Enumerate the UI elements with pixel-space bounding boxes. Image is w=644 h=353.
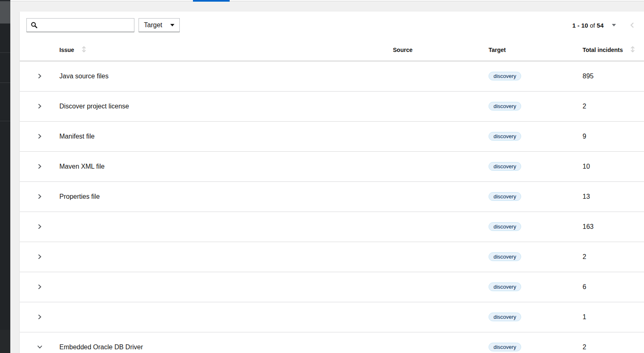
target-cell: discovery xyxy=(489,242,583,272)
column-label: Total incidents xyxy=(583,47,623,53)
total-incidents-cell: 6 xyxy=(583,272,644,302)
total-incidents-value: 10 xyxy=(583,163,590,170)
total-incidents-value: 6 xyxy=(583,283,586,290)
target-badge: discovery xyxy=(489,102,521,111)
pagination-range: 1 - 10 of 54 xyxy=(572,22,604,29)
target-cell: discovery xyxy=(489,332,583,353)
column-label: Issue xyxy=(59,47,74,53)
pagination: 1 - 10 of 54 xyxy=(572,21,637,29)
target-badge: discovery xyxy=(489,252,521,261)
total-incidents-cell: 2 xyxy=(583,332,644,353)
table-row: Maven XML file discovery 10 xyxy=(20,151,644,181)
pagination-range-numbers: 1 - 10 xyxy=(572,22,588,29)
issue-title: Discover project license xyxy=(59,103,129,110)
table-row: discovery 1 xyxy=(20,302,644,332)
target-badge: discovery xyxy=(489,72,521,80)
sort-icon xyxy=(630,46,635,54)
expand-toggle[interactable] xyxy=(33,160,47,173)
expand-cell xyxy=(20,181,59,212)
expand-toggle[interactable] xyxy=(33,280,47,294)
table-row: Java source files discovery 895 xyxy=(20,61,644,91)
issue-cell xyxy=(59,272,393,302)
table-row: Embedded Oracle DB Driver discovery 2 xyxy=(20,332,644,353)
pagination-of-label: of xyxy=(590,22,595,29)
target-cell: discovery xyxy=(489,181,583,212)
total-incidents-value: 2 xyxy=(583,253,586,260)
active-tab-indicator xyxy=(193,0,230,2)
total-incidents-value: 1 xyxy=(583,313,586,320)
expand-toggle[interactable] xyxy=(33,69,47,83)
total-incidents-value: 895 xyxy=(583,73,594,80)
source-cell xyxy=(393,61,489,91)
issue-cell: Maven XML file xyxy=(59,151,393,181)
issue-cell: Manifest file xyxy=(59,121,393,151)
pagination-options-button[interactable] xyxy=(609,21,618,29)
total-incidents-value: 13 xyxy=(583,193,590,200)
issue-cell: Embedded Oracle DB Driver xyxy=(59,332,393,353)
total-incidents-cell: 163 xyxy=(583,212,644,242)
total-incidents-cell: 2 xyxy=(583,242,644,272)
angle-right-icon xyxy=(37,284,42,289)
column-header-target: Target xyxy=(489,39,583,61)
source-cell xyxy=(393,242,489,272)
total-incidents-value: 163 xyxy=(583,223,594,230)
column-header-total-incidents[interactable]: Total incidents xyxy=(583,39,644,61)
target-badge: discovery xyxy=(489,313,521,321)
issue-cell: Properties file xyxy=(59,181,393,212)
column-header-issue[interactable]: Issue xyxy=(59,39,393,61)
source-cell xyxy=(393,151,489,181)
total-incidents-cell: 895 xyxy=(583,61,644,91)
angle-right-icon xyxy=(37,104,42,109)
source-cell xyxy=(393,91,489,121)
target-badge: discovery xyxy=(489,343,521,351)
source-cell xyxy=(393,181,489,212)
expand-toggle[interactable] xyxy=(33,310,47,324)
source-cell xyxy=(393,121,489,151)
search-field-wrap xyxy=(26,18,134,32)
issue-title: Manifest file xyxy=(59,133,94,140)
target-badge: discovery xyxy=(489,222,521,231)
angle-right-icon xyxy=(37,73,42,79)
table-row: discovery 6 xyxy=(20,272,644,302)
search-input[interactable] xyxy=(26,18,134,32)
expand-toggle[interactable] xyxy=(33,250,47,264)
target-cell: discovery xyxy=(489,151,583,181)
expand-cell xyxy=(20,121,59,151)
expand-cell xyxy=(20,332,59,353)
total-incidents-value: 9 xyxy=(583,133,586,140)
expand-cell xyxy=(20,242,59,272)
column-label: Source xyxy=(393,47,412,53)
column-header-source: Source xyxy=(393,39,489,61)
expand-toggle[interactable] xyxy=(33,220,47,233)
angle-right-icon xyxy=(37,314,42,320)
sidebar xyxy=(0,0,10,353)
pagination-prev-button[interactable] xyxy=(628,21,636,29)
issue-title: Java source files xyxy=(59,73,108,80)
target-cell: discovery xyxy=(489,91,583,121)
total-incidents-cell: 13 xyxy=(583,181,644,212)
total-incidents-cell: 2 xyxy=(583,91,644,121)
angle-right-icon xyxy=(37,254,42,259)
sort-icon xyxy=(82,46,86,54)
issue-cell: Java source files xyxy=(59,61,393,91)
caret-down-icon xyxy=(612,24,616,26)
total-incidents-cell: 10 xyxy=(583,151,644,181)
table-row: Manifest file discovery 9 xyxy=(20,121,644,151)
sidebar-divider xyxy=(0,52,10,53)
issue-cell xyxy=(59,212,393,242)
table-row: Properties file discovery 13 xyxy=(20,181,644,212)
sidebar-highlight-block xyxy=(0,1,10,24)
table-row: Discover project license discovery 2 xyxy=(20,91,644,121)
target-badge: discovery xyxy=(489,192,521,201)
expand-toggle[interactable] xyxy=(33,190,47,203)
expand-toggle[interactable] xyxy=(33,99,47,113)
expand-toggle[interactable] xyxy=(33,340,47,353)
source-cell xyxy=(393,212,489,242)
expand-toggle[interactable] xyxy=(33,129,47,143)
tab-strip xyxy=(10,0,644,1)
target-filter-dropdown[interactable]: Target xyxy=(139,18,180,32)
total-incidents-cell: 1 xyxy=(583,302,644,332)
table-row: discovery 163 xyxy=(20,212,644,242)
target-filter-label: Target xyxy=(144,21,162,29)
issue-title: Maven XML file xyxy=(59,163,105,170)
